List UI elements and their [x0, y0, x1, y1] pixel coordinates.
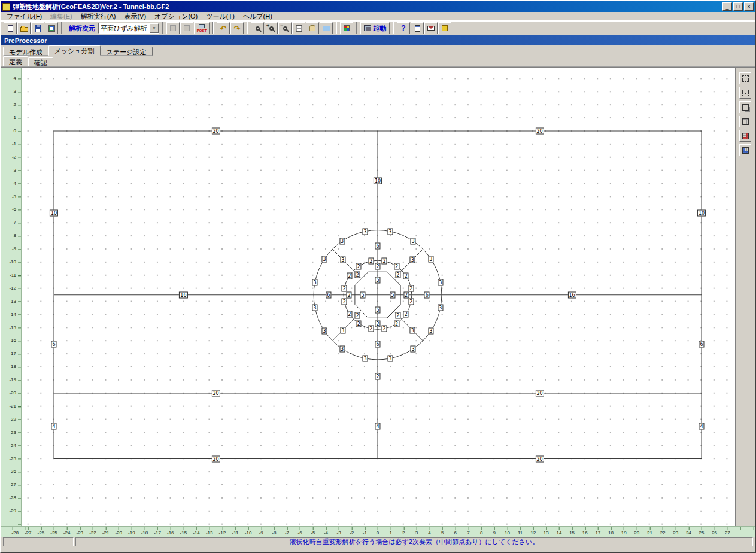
division-count-label[interactable]: 20: [535, 128, 544, 135]
fit-screen-button[interactable]: [320, 22, 333, 34]
copy-region-button[interactable]: [739, 101, 751, 113]
division-count-label[interactable]: 3: [410, 327, 415, 333]
division-count-label[interactable]: 3: [340, 256, 345, 263]
division-count-label[interactable]: 6: [424, 291, 430, 298]
division-count-label[interactable]: 3: [363, 228, 368, 235]
division-count-label[interactable]: 16: [568, 291, 576, 298]
division-count-label[interactable]: 20: [535, 390, 544, 397]
tab-define[interactable]: 定義: [3, 56, 28, 66]
open-file-button[interactable]: [17, 22, 31, 34]
division-count-label[interactable]: 3: [322, 327, 327, 334]
tab-mesh-division[interactable]: メッシュ分割: [48, 45, 101, 56]
division-count-label[interactable]: 3: [363, 355, 368, 361]
division-count-label[interactable]: 2: [403, 272, 409, 279]
division-count-label[interactable]: 5: [375, 276, 380, 283]
division-count-label[interactable]: 4: [699, 423, 704, 429]
redo-button[interactable]: ↷: [230, 22, 244, 34]
tab-confirm[interactable]: 確認: [28, 57, 53, 66]
zoom-window-button[interactable]: [251, 22, 264, 34]
export-image-button[interactable]: [45, 22, 58, 34]
division-count-label[interactable]: 3: [322, 256, 327, 262]
division-count-label[interactable]: 2: [375, 320, 380, 327]
launch-button[interactable]: 起動: [360, 22, 390, 34]
division-count-label[interactable]: 6: [51, 341, 56, 347]
mesh-remove-button[interactable]: [739, 144, 751, 156]
division-count-label[interactable]: 20: [535, 455, 544, 462]
mesh-add-button[interactable]: [739, 130, 751, 142]
division-count-label[interactable]: 2: [356, 263, 362, 269]
display-settings-button[interactable]: [340, 22, 353, 34]
division-count-label[interactable]: 10: [697, 209, 706, 216]
division-count-label[interactable]: 2: [355, 312, 360, 318]
division-count-label[interactable]: 2: [394, 320, 399, 327]
division-count-label[interactable]: 6: [326, 291, 331, 298]
division-count-label[interactable]: 3: [411, 345, 416, 352]
division-count-label[interactable]: 5: [360, 291, 366, 298]
division-count-label[interactable]: 5: [390, 291, 395, 298]
mesh-grid-button[interactable]: [739, 116, 751, 127]
division-count-label[interactable]: 6: [375, 242, 380, 249]
mesh-canvas[interactable]: 2020202020201616101010664442666622225555…: [22, 68, 735, 526]
division-count-label[interactable]: 3: [340, 327, 345, 333]
chevron-down-icon[interactable]: ▼: [150, 23, 159, 33]
division-count-label[interactable]: 3: [387, 228, 393, 235]
division-count-label[interactable]: 20: [211, 390, 220, 397]
division-count-label[interactable]: 20: [211, 128, 220, 135]
division-count-label[interactable]: 3: [312, 279, 318, 285]
division-count-label[interactable]: 2: [347, 291, 352, 298]
menu-item-6[interactable]: ヘルプ(H): [239, 12, 277, 21]
division-count-label[interactable]: 10: [374, 178, 382, 184]
menu-item-5[interactable]: ツール(T): [202, 12, 239, 21]
division-count-label[interactable]: 3: [387, 355, 393, 361]
menu-item-2[interactable]: 解析実行(A): [77, 12, 120, 21]
analysis-type-combo[interactable]: 平面ひずみ解析 ▼: [98, 23, 159, 34]
division-count-label[interactable]: 2: [408, 298, 414, 305]
division-count-label[interactable]: 2: [368, 258, 374, 265]
division-count-label[interactable]: 2: [347, 311, 352, 317]
note-button[interactable]: [411, 22, 424, 34]
mail-button[interactable]: [424, 22, 438, 34]
division-count-label[interactable]: 2: [355, 271, 360, 278]
division-count-label[interactable]: 3: [428, 327, 433, 334]
zoom-in-button[interactable]: +: [265, 22, 278, 34]
maximize-button[interactable]: □: [733, 2, 743, 11]
division-count-label[interactable]: 4: [375, 423, 380, 429]
division-count-label[interactable]: 2: [356, 320, 362, 327]
division-count-label[interactable]: 2: [347, 272, 352, 279]
division-count-label[interactable]: 2: [368, 326, 374, 332]
division-count-label[interactable]: 3: [339, 345, 345, 352]
tab-model-create[interactable]: モデル作成: [3, 47, 48, 56]
division-count-label[interactable]: 3: [410, 256, 415, 263]
zoom-out-button[interactable]: −: [278, 22, 292, 34]
tab-stage-settings[interactable]: ステージ設定: [101, 47, 153, 56]
division-count-label[interactable]: 2: [375, 373, 380, 379]
misc-tool-button[interactable]: [438, 22, 451, 34]
division-count-label[interactable]: 2: [394, 263, 399, 269]
division-count-label[interactable]: 6: [699, 341, 704, 347]
division-count-label[interactable]: 2: [403, 291, 409, 298]
division-count-label[interactable]: 3: [411, 238, 416, 244]
minimize-button[interactable]: _: [722, 2, 732, 11]
division-count-label[interactable]: 3: [438, 304, 443, 311]
division-count-label[interactable]: 3: [428, 256, 433, 262]
menu-item-3[interactable]: 表示(V): [120, 12, 150, 21]
menu-item-4[interactable]: オプション(O): [150, 12, 202, 21]
division-count-label[interactable]: 2: [342, 285, 347, 291]
menu-item-0[interactable]: ファイル(F): [2, 12, 46, 21]
post-button[interactable]: POST: [194, 22, 210, 34]
division-count-label[interactable]: 2: [375, 263, 380, 269]
division-count-label[interactable]: 4: [51, 423, 56, 429]
division-count-label[interactable]: 2: [403, 311, 409, 317]
division-count-label[interactable]: 3: [438, 279, 443, 285]
division-count-label[interactable]: 3: [312, 304, 318, 311]
division-count-label[interactable]: 5: [375, 306, 380, 313]
pan-button[interactable]: [306, 22, 319, 34]
division-count-label[interactable]: 16: [179, 291, 187, 298]
undo-button[interactable]: ↶: [217, 22, 230, 34]
new-file-button[interactable]: [4, 22, 17, 34]
zoom-region-button[interactable]: [739, 87, 751, 99]
help-button[interactable]: ?: [397, 22, 410, 34]
division-count-label[interactable]: 2: [382, 326, 387, 332]
division-count-label[interactable]: 2: [395, 312, 400, 318]
division-count-label[interactable]: 20: [211, 455, 220, 462]
